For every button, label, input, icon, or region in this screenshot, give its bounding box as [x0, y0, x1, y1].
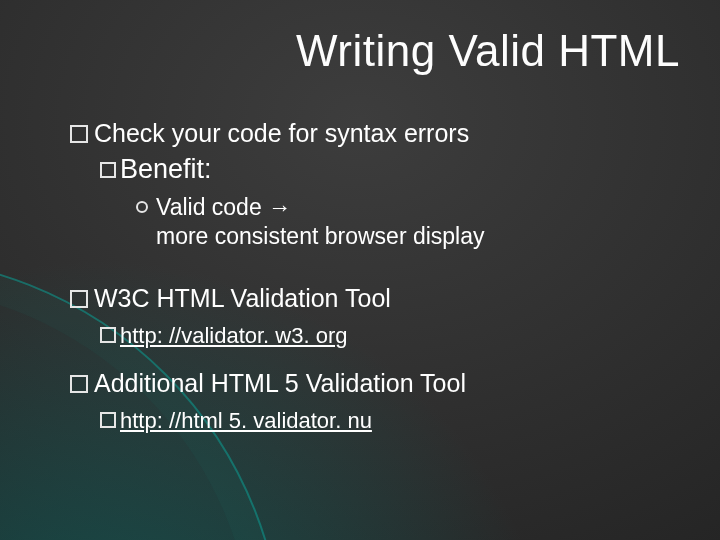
sub-bullet-text: Benefit:: [120, 154, 212, 184]
bullet-additional-tool: Additional HTML 5 Validation Tool: [70, 368, 680, 399]
text-continuation: more consistent browser display: [156, 222, 680, 251]
bullet-text: HTML 5 Validation Tool: [204, 369, 466, 397]
sub-sub-bullet-validcode: Valid code → more consistent browser dis…: [136, 193, 680, 251]
square-bullet-icon: [70, 125, 88, 143]
sub-bullet-benefit: Benefit:: [100, 153, 680, 187]
bullet-text: your code for syntax errors: [165, 119, 469, 147]
spacer: [70, 356, 680, 362]
bullet-w3c-tool: W3C HTML Validation Tool: [70, 283, 680, 314]
bullet-lead: Additional: [94, 369, 204, 397]
slide: Writing Valid HTML Check your code for s…: [0, 0, 720, 540]
square-bullet-icon: [70, 375, 88, 393]
link-text: http: //html 5. validator. nu: [120, 408, 372, 433]
circle-bullet-icon: [136, 201, 148, 213]
link-text: http: //validator. w3. org: [120, 323, 347, 348]
text: Valid code: [156, 194, 268, 220]
arrow-icon: →: [268, 194, 291, 220]
bullet-check-syntax: Check your code for syntax errors: [70, 118, 680, 149]
square-bullet-icon: [70, 290, 88, 308]
square-bullet-icon: [100, 412, 116, 428]
sub-bullet-w3c-link: http: //validator. w3. org: [100, 318, 680, 352]
slide-body: Check your code for syntax errors Benefi…: [70, 112, 680, 441]
spacer: [70, 257, 680, 277]
bullet-lead: Check: [94, 119, 165, 147]
bullet-lead: W3C: [94, 284, 150, 312]
square-bullet-icon: [100, 162, 116, 178]
sub-bullet-html5-link: http: //html 5. validator. nu: [100, 403, 680, 437]
bullet-text: HTML Validation Tool: [150, 284, 391, 312]
square-bullet-icon: [100, 327, 116, 343]
slide-title: Writing Valid HTML: [0, 26, 680, 76]
